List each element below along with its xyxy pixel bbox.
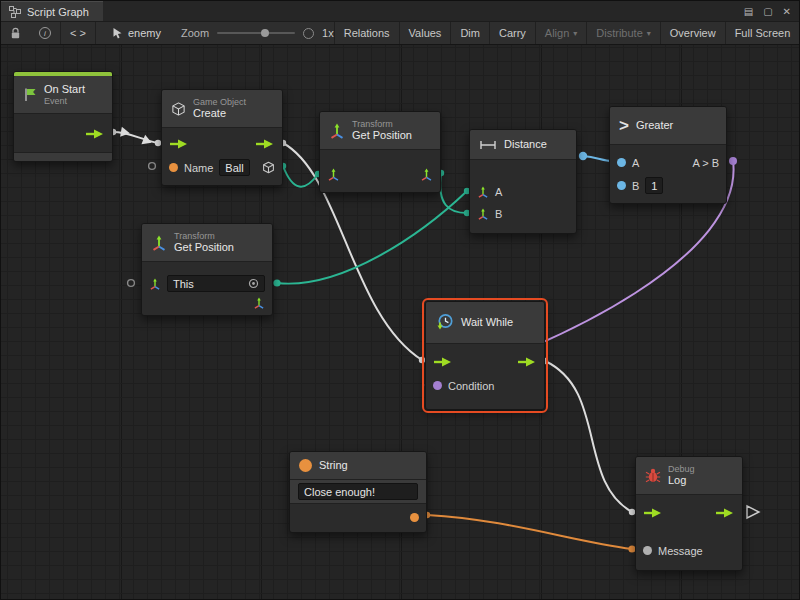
b-port-label: B xyxy=(495,208,502,220)
align-button[interactable]: Align▾ xyxy=(536,22,586,44)
code-view-button[interactable]: < > xyxy=(61,22,95,44)
node-title: String xyxy=(319,459,348,472)
zoom-label: Zoom xyxy=(181,27,209,39)
flow-output-port[interactable] xyxy=(517,356,537,368)
transform-icon xyxy=(329,123,345,139)
graph-owner[interactable]: enemy xyxy=(112,27,161,39)
flow-output-port[interactable] xyxy=(85,128,105,140)
wire-waitwhile-to-log xyxy=(545,361,632,512)
full-screen-label: Full Screen xyxy=(735,27,791,39)
node-title: Log xyxy=(668,474,695,487)
node-greater[interactable]: > Greater A A > B B 1 xyxy=(609,106,727,204)
close-icon[interactable]: ✕ xyxy=(783,6,791,17)
flow-output-port[interactable] xyxy=(715,507,735,519)
graph-owner-name: enemy xyxy=(128,27,161,39)
name-value-field[interactable]: Ball xyxy=(219,159,249,176)
node-create-gameobject[interactable]: Game Object Create Name Ball xyxy=(161,89,283,186)
transform-input-port[interactable] xyxy=(149,278,161,290)
distance-output-port[interactable] xyxy=(579,152,587,160)
game-object-icon xyxy=(171,101,186,117)
b-input-port[interactable] xyxy=(617,181,626,190)
node-title: Greater xyxy=(636,119,673,132)
message-port-label: Message xyxy=(658,545,703,557)
greater-output-port[interactable] xyxy=(729,157,737,165)
flow-input-port[interactable] xyxy=(433,356,453,368)
transform-input-port[interactable] xyxy=(327,168,340,181)
wire-getposition2-to-distance-a xyxy=(277,191,467,284)
relations-label: Relations xyxy=(344,27,390,39)
node-get-position-bottom[interactable]: Transform Get Position This xyxy=(141,223,273,316)
getposition2-output-port[interactable] xyxy=(273,279,280,286)
node-wait-while[interactable]: Wait While Condition xyxy=(425,301,545,410)
maximize-icon[interactable]: ▢ xyxy=(763,6,772,17)
bug-icon xyxy=(645,468,661,483)
result-port-label: A > B xyxy=(692,157,719,169)
vector3-input-port-a[interactable] xyxy=(477,186,489,198)
carry-button[interactable]: Carry xyxy=(490,22,535,44)
string-output-port[interactable] xyxy=(410,513,419,522)
b-value-field[interactable]: 1 xyxy=(645,177,663,194)
lock-button[interactable] xyxy=(1,22,30,44)
values-button[interactable]: Values xyxy=(400,22,451,44)
graph-canvas[interactable]: On Start Event Game Object Create xyxy=(1,45,799,599)
target-value-field[interactable]: This xyxy=(167,275,265,292)
flow-input-port[interactable] xyxy=(169,138,189,150)
distance-icon xyxy=(479,139,497,151)
unconnected-port-ring[interactable] xyxy=(128,280,135,287)
object-picker-icon[interactable] xyxy=(248,278,259,289)
string-value-field[interactable]: Close enough! xyxy=(298,483,418,500)
node-footer xyxy=(14,152,112,161)
distribute-label: Distribute xyxy=(596,27,642,39)
unconnected-flow-arrow[interactable] xyxy=(747,506,759,518)
align-label: Align xyxy=(545,27,569,39)
distribute-button[interactable]: Distribute▾ xyxy=(587,22,659,44)
vector3-input-port-b[interactable] xyxy=(477,208,489,220)
info-button[interactable]: i xyxy=(30,22,60,44)
node-header: Debug Log xyxy=(636,457,742,495)
relations-button[interactable]: Relations xyxy=(335,22,399,44)
a-input-port[interactable] xyxy=(617,158,626,167)
wire-distance-to-greater xyxy=(583,156,612,161)
lock-icon xyxy=(10,27,21,40)
zoom-slider[interactable] xyxy=(217,27,295,39)
node-header: Transform Get Position xyxy=(320,112,440,150)
script-graph-tab[interactable]: Script Graph xyxy=(1,1,103,21)
node-category: Debug xyxy=(668,464,695,475)
graph-toolbar: i < > enemy Zoom 1x Relations Values Dim xyxy=(1,21,799,45)
node-get-position-top[interactable]: Transform Get Position xyxy=(319,111,441,193)
greater-icon: > xyxy=(619,117,629,134)
window-menu-icon[interactable]: ▤ xyxy=(744,6,753,17)
game-object-output-port[interactable] xyxy=(262,161,275,174)
window-controls: ▤ ▢ ✕ xyxy=(744,1,799,21)
wire-arrow-icon xyxy=(141,135,153,148)
wire-getposition-to-distance-b xyxy=(440,173,467,213)
dim-button[interactable]: Dim xyxy=(451,22,489,44)
overview-button[interactable]: Overview xyxy=(661,22,725,44)
a-port-label: A xyxy=(632,157,639,169)
vector3-output-port[interactable] xyxy=(420,168,433,181)
node-title: Wait While xyxy=(461,316,513,329)
full-screen-button[interactable]: Full Screen xyxy=(726,22,800,44)
node-header: Transform Get Position xyxy=(142,224,272,262)
flow-output-port[interactable] xyxy=(255,138,275,150)
message-input-port[interactable] xyxy=(643,546,652,555)
dim-label: Dim xyxy=(460,27,480,39)
name-port-label: Name xyxy=(184,162,213,174)
titlebar: Script Graph ▤ ▢ ✕ xyxy=(1,1,799,21)
condition-input-port[interactable] xyxy=(433,381,442,390)
node-distance[interactable]: Distance A B xyxy=(469,129,577,234)
unconnected-port-ring[interactable] xyxy=(149,163,156,170)
name-input-port[interactable] xyxy=(169,163,178,172)
string-value: Close enough! xyxy=(304,486,375,498)
node-string[interactable]: String Close enough! xyxy=(289,451,427,533)
node-on-start-event[interactable]: On Start Event xyxy=(13,71,113,162)
node-debug-log[interactable]: Debug Log Message xyxy=(635,456,743,571)
zoom-slider-knob[interactable] xyxy=(261,29,269,37)
values-label: Values xyxy=(409,27,442,39)
zoom-reset-icon[interactable] xyxy=(303,28,314,39)
flow-input-port[interactable] xyxy=(643,507,663,519)
node-title: Create xyxy=(193,107,246,120)
vector3-output-port[interactable] xyxy=(253,297,265,309)
pointer-icon xyxy=(112,27,123,39)
overview-label: Overview xyxy=(670,27,716,39)
